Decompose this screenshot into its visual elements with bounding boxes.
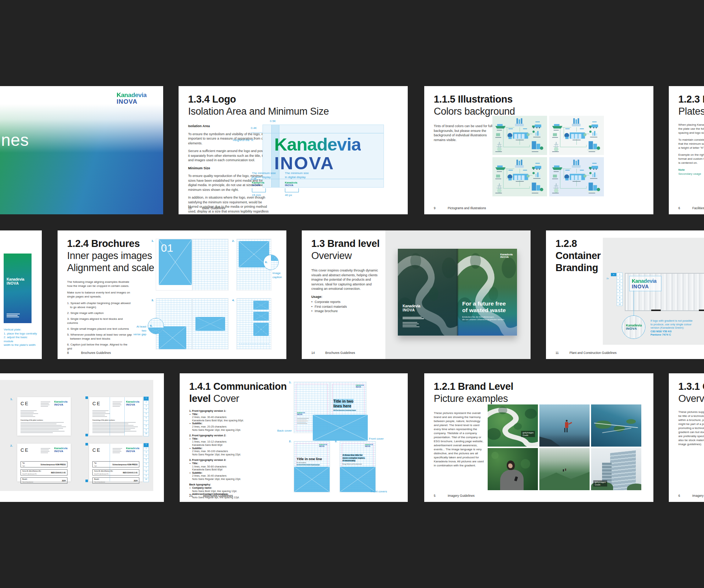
slide-footer: 6Facilities Guidelines	[678, 206, 704, 210]
kanadevia-logo: Kanadevia INOVA	[365, 444, 373, 447]
scale-x-cell: x	[611, 273, 616, 276]
logo-word-inova: INOVA	[274, 154, 361, 173]
grid-tick	[85, 396, 88, 399]
slide-brochures-alignment: 1.2.4 Brochures Inner pages images Align…	[58, 230, 286, 359]
slide-subtitle: Isolation Area and Minimum Size	[188, 106, 329, 118]
slide-title: 1.2.8	[556, 238, 601, 250]
slide-title: 1.2.4 Brochures	[67, 238, 154, 250]
kanadevia-logo: Kanadevia INOVA	[297, 412, 305, 415]
magazine-back-cover: Kanadevia INOVA	[398, 249, 458, 336]
logo-word-inova: INOVA	[403, 308, 420, 313]
plate-small-text	[7, 313, 21, 318]
bracket	[285, 188, 299, 192]
cover-headline: For a future free of wasted waste	[462, 300, 506, 314]
slide-container-branding: 1.2.8 Container Branding x 2x 1 2 3 4 5 …	[546, 230, 704, 359]
plant-info-lines	[21, 410, 54, 418]
kanadevia-logo: Kanadevia INOVA	[356, 385, 364, 388]
thumb-label-4: 4.	[232, 299, 235, 302]
logo-word-inova: INOVA	[632, 284, 657, 289]
slide-title: 1.4.1 Communication	[189, 381, 287, 393]
mock-caption: EfW Plant Specialists | Consulting | Sup…	[333, 410, 356, 411]
usage-label: Usage:	[311, 295, 379, 299]
thumb-label-3: 3.	[151, 299, 154, 302]
getty-watermark: gettyimagesCredit:	[521, 431, 535, 437]
logo-word-kanadevia: Kanadevia	[500, 253, 513, 256]
circle-label-6: 6.	[265, 260, 268, 264]
slide-title: 1.3 Brand level	[311, 238, 380, 250]
paragraph: These pictures represent the overall bra…	[434, 411, 484, 467]
ce-label-machine-grid: CE Kanadevia INOVA TypTypeSchneckenpress…	[89, 444, 143, 481]
heading-isolation-area: Isolation Area	[188, 124, 271, 129]
slide-vertical-plate: Kanadevia INOVA Vertical plate: 1. place…	[0, 230, 42, 359]
slide-footer: 15Basic Guidelines	[188, 206, 225, 210]
mock-caption: Energy, Biofuels and Decarbonisation	[342, 463, 362, 465]
slide-title-regular: Cover	[211, 393, 239, 404]
photo-woman-phone	[488, 448, 538, 490]
logo-word-inova: INOVA	[54, 403, 67, 406]
consisting-heading: Consisting of the plant sections:	[21, 419, 43, 421]
cover-gradient	[0, 86, 163, 214]
min-size-print: The minimum sizein print display Kanadev…	[252, 171, 281, 197]
back-cover-address	[403, 316, 428, 328]
slide-ce-labels: 1. CE Kanadevia INOVA Consisting of the …	[0, 373, 164, 502]
ce-mark: CE	[21, 401, 29, 406]
front-covers-label: Front covers	[371, 490, 387, 494]
magazine-front-cover: Kanadevia INOVA For a future free of was…	[458, 249, 517, 336]
ce-label-machine: CE Kanadevia INOVA Typ Type Schneckenpre…	[17, 444, 71, 481]
vertical-plate-caption: Vertical plate: 1. place the logo centra…	[4, 328, 37, 347]
paragraph: To ensure the symbolism and visibility o…	[188, 132, 271, 146]
height-of-k-label: Height of the "K"	[233, 138, 254, 143]
slide-footer: 11Plant and Construction Guidelines	[556, 351, 617, 355]
usage-item: •First contact materials	[311, 304, 379, 309]
slide-footer: 9Pictograms and Illustrations	[434, 206, 486, 210]
mock-title: Title in one line	[297, 457, 322, 461]
note-text: Secondary usage	[678, 172, 704, 176]
photo-aerial-park: gettyimagesCredit:	[488, 404, 538, 447]
mock-title: A three-line title for more complex topi…	[342, 454, 365, 462]
kanadevia-logo: Kanadevia INOVA	[126, 400, 139, 406]
kanadevia-logo-green: Kanadevia INOVA	[626, 324, 642, 331]
slide-footer: 6Imagery Guidelines	[678, 494, 704, 498]
field-year: Baujahr Year of manufacture 2024	[21, 477, 67, 484]
logo-word-inova: INOVA	[54, 450, 67, 453]
thumb-label-2: 2.	[232, 239, 235, 243]
slide-subtitle: Overview	[311, 250, 380, 262]
logo-word-inova: INOVA	[126, 450, 139, 453]
slide-footer: 8Brochures Guidelines	[67, 351, 111, 355]
slide-title: Branding	[556, 262, 601, 274]
brochure-thumb-3-right	[192, 298, 228, 350]
kanadevia-logo: Kanadevia INOVA	[632, 278, 657, 289]
illustration-panel-mint-2	[492, 157, 547, 196]
row-label-1: 1.	[10, 397, 13, 401]
mock2-image-block	[294, 467, 330, 492]
slide-communication-cover: 1.4.1 Communication level Cover 1. Front…	[180, 373, 408, 502]
slide-footer: 14Brochures Guidelines	[311, 351, 355, 355]
logo-word-kanadevia: Kanadevia	[7, 278, 24, 282]
dim-04k-top: 0.4K	[251, 126, 257, 130]
logo-word-inova: INOVA	[626, 327, 642, 330]
magazine-fold	[456, 249, 459, 336]
slide-title: Container	[556, 250, 601, 262]
min-size-digital: The minimum sizein digital display Kanad…	[285, 171, 314, 197]
slide-title: 1.2.3 Lo	[678, 93, 704, 106]
mock1-image-block	[313, 415, 368, 441]
logo-word-inova: INOVA	[285, 184, 314, 186]
paragraph: Secure a sufficient margin around the lo…	[188, 149, 271, 163]
slide-illustrations: 1.1.5 Illustrations Colors background Ti…	[424, 86, 653, 214]
min-print-value: 15 mm	[252, 193, 281, 197]
measurement-scale: x 2x 1 2 3 4 5 6 7 8 9 10	[617, 273, 623, 306]
mock-label-1: 1.	[289, 381, 292, 384]
brochure-thumb-1-left: 01	[156, 239, 192, 291]
logo-word-kanadevia: Kanadevia	[274, 135, 361, 154]
slide-logo-plates: 1.2.3 Lo Plates v When placing Kanadevia…	[669, 86, 704, 214]
kanadevia-logo: Kanadevia INOVA	[126, 447, 139, 453]
vertical-plate-graphic: Kanadevia INOVA	[4, 254, 32, 323]
logo-word-kanadevia: Kanadevia	[632, 278, 657, 284]
slide-footer: 5Imagery Guidelines	[434, 494, 474, 498]
slide-title: 1.3.4 Logo	[188, 93, 329, 106]
heading-minimum-size: Minimum Size	[188, 166, 271, 171]
slide-subtitle: Overvie	[678, 393, 704, 405]
kanadevia-logo: Kanadevia INOVA	[319, 444, 327, 447]
mock-label-2: 2.	[289, 440, 292, 443]
paragraph: This cover inspires creativity through d…	[311, 268, 379, 291]
